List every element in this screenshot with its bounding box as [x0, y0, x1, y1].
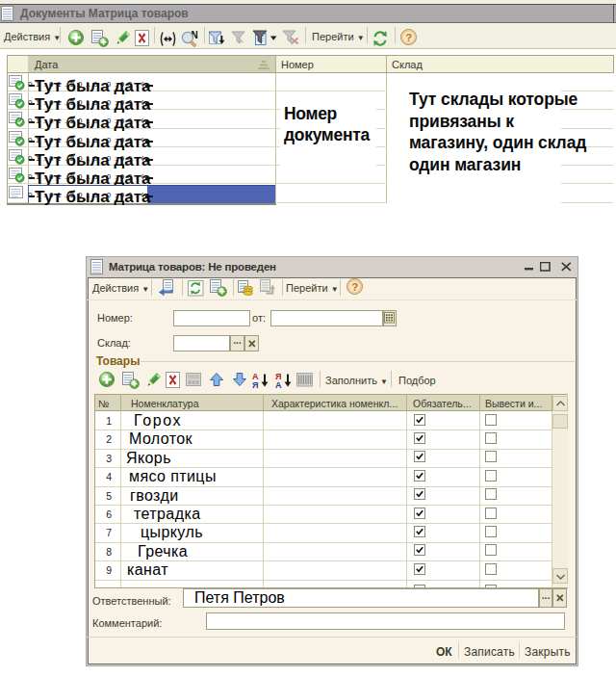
svg-text:Я: Я	[252, 380, 258, 389]
svg-text:?: ?	[405, 32, 412, 43]
svg-text:?: ?	[351, 281, 358, 293]
svg-text:А: А	[275, 380, 282, 389]
